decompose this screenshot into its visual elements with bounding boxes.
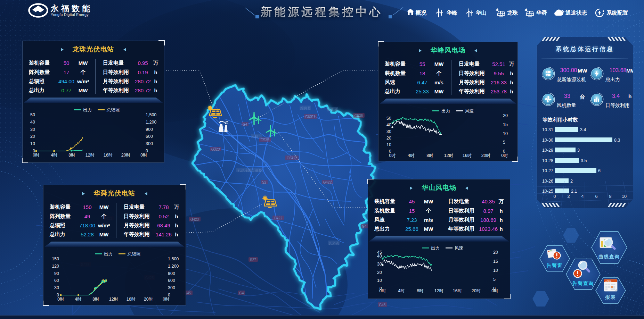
svg-text:告警查询: 告警查询 — [572, 281, 594, 286]
svg-text:曲线查询: 曲线查询 — [598, 254, 620, 259]
svg-text:报表: 报表 — [605, 295, 616, 300]
svg-text:APRIL: APRIL — [605, 280, 612, 282]
svg-text:告警窗: 告警窗 — [547, 263, 563, 268]
